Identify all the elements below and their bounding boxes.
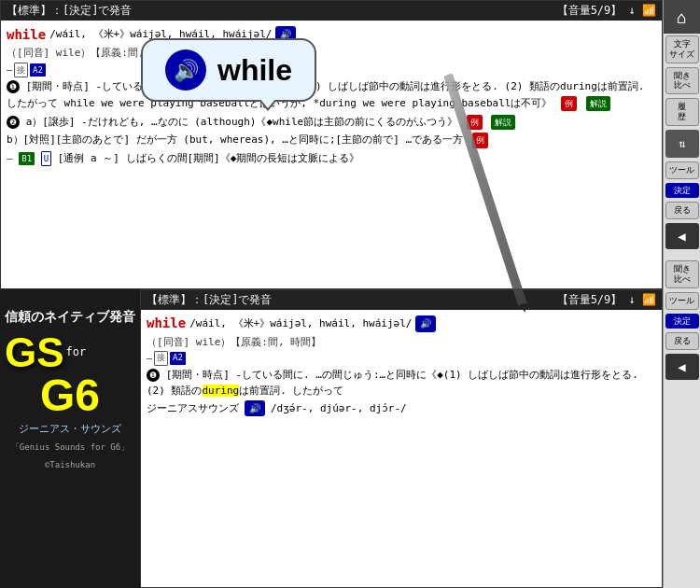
doushi-line-top: （[同音] wile）【原義:間, 時間】 xyxy=(7,45,656,62)
g6-text: G6 xyxy=(5,373,135,418)
entry-line-bottom: while /wáil, 《米+》wáijəl, hwáil, hwáijəl/… xyxy=(147,314,656,334)
sidebar-btn-history[interactable]: 履歴 xyxy=(665,98,699,126)
phonetic2-line: ジーニアスサウンズ 🔊 /dʒə́r-, djúər-, djɔ́r-/ xyxy=(147,400,656,417)
during-speaker[interactable]: 🔊 xyxy=(245,400,265,417)
sidebar-btn-tool[interactable]: ツール xyxy=(665,161,699,179)
kaisetsu-btn-1[interactable]: 解説 xyxy=(586,96,610,111)
bottom-header-right: 【音量5/9】 ↓ 📶 xyxy=(557,292,656,308)
home-icon: ⌂ xyxy=(677,7,687,27)
entry-word-bottom: while xyxy=(147,314,186,334)
top-header: 【標準】：[決定]で発音 【音量5/9】 ↓ 📶 xyxy=(1,1,662,21)
sidebar-btn-font-size[interactable]: 文字サイズ xyxy=(665,35,699,63)
sidebar-btn-tool2[interactable]: ツール xyxy=(665,292,699,310)
entry-word-top: while xyxy=(7,24,46,45)
top-panel: 【標準】：[決定]で発音 【音量5/9】 ↓ 📶 while /wáil, 《米… xyxy=(0,0,663,289)
top-header-right: 【音量5/9】 ↓ 📶 xyxy=(557,3,656,19)
copyright: ©Taishukan xyxy=(5,459,135,471)
during-highlight: during xyxy=(203,385,240,397)
sidebar-btn-close[interactable]: ◀ xyxy=(665,223,699,249)
during-phonetic: /dʒə́r-, djúər-, djɔ́r-/ xyxy=(271,400,407,416)
gs-text: GS xyxy=(5,332,64,373)
home-button[interactable]: ⌂ xyxy=(664,0,701,34)
close-arrow-icon2: ◀ xyxy=(678,359,685,374)
def1-bottom: ❶ [期間・時点] -している間に. …の間じゅう:…と同時に《◆(1) しばし… xyxy=(147,367,656,399)
example-btn-1[interactable]: 例 xyxy=(561,96,577,111)
sidebar-btn-decide2[interactable]: 決定 xyxy=(665,314,699,329)
u-badge-top: U xyxy=(41,151,51,166)
sidebar-btn-close2[interactable]: ◀ xyxy=(665,354,699,380)
badges-bottom: — 接 A2 xyxy=(147,351,656,366)
setsu-badge-bottom: 接 xyxy=(154,351,168,366)
top-content: while /wáil, 《米+》wáijəl, hwáil, hwáijəl/… xyxy=(1,21,662,170)
sidebar-btn-decide[interactable]: 決定 xyxy=(665,183,699,199)
gs-logo: 信頼のネイティブ発音 GS for G6 ジーニアス・サウンズ 「Genius … xyxy=(5,308,135,470)
genius-tagline: 「Genius Sounds for G6」 xyxy=(5,441,135,454)
def1-top: ❶ [期間・時点] -している間に. …の間じゅう:…と同時に《◆(1) しばし… xyxy=(7,78,656,111)
bottom-header-left: 【標準】：[決定]で発音 xyxy=(147,292,272,308)
bubble-word-top: while xyxy=(217,53,292,88)
phonetic-bottom: /wáil, 《米+》wáijəl, hwáil, hwáijəl/ xyxy=(189,315,412,331)
speech-bubble-top: 🔊 while xyxy=(141,38,316,102)
sidebar-btn-back2[interactable]: 戻る xyxy=(665,332,699,350)
arrows-icon: ⇅ xyxy=(679,137,685,150)
b1-badge-top: B1 xyxy=(19,152,35,165)
bottom-panel: 【標準】：[決定]で発音 【音量5/9】 ↓ 📶 while /wáil, 《米… xyxy=(140,289,663,588)
close-arrow-icon: ◀ xyxy=(678,229,685,244)
genius-sounds-label: ジーニアスサウンズ xyxy=(147,400,239,416)
sidebar-btn-compare2[interactable]: 聞き比べ xyxy=(665,260,699,288)
speaker-button-bottom[interactable]: 🔊 xyxy=(415,315,436,332)
right-sidebar: ⌂ 文字サイズ 聞き比べ 履歴 ⇅ ツール 決定 戻る ◀ 聞き比べ ツール 決… xyxy=(663,0,700,588)
bottom-header: 【標準】：[決定]で発音 【音量5/9】 ↓ 📶 xyxy=(141,290,662,310)
a2-badge-bottom: A2 xyxy=(170,352,186,365)
setsu-badge-top: 接 xyxy=(14,63,28,77)
doushi-line-bottom: （[同音] wile）【原義:間, 時間】 xyxy=(147,334,656,350)
sidebar-btn-back[interactable]: 戻る xyxy=(665,202,699,219)
kaisetsu-btn-2[interactable]: 解説 xyxy=(491,115,515,130)
top-header-left: 【標準】：[決定]で発音 xyxy=(7,3,132,19)
sidebar-btn-compare[interactable]: 聞き比べ xyxy=(665,67,699,95)
sidebar-btn-arrows[interactable]: ⇅ xyxy=(665,130,699,158)
entry-line: while /wáil, 《米+》wáijəl, hwáil, hwáijəl/… xyxy=(7,24,656,45)
def2-top: ❷ a）[譲歩] -だけれども, …なのに (although)《◆while節… xyxy=(7,114,656,131)
def3-top: — B1 U [通例 a ～] しばらくの間[期間]《◆期間の長短は文脈による》 xyxy=(7,150,656,167)
a2-badge-top: A2 xyxy=(30,63,46,77)
def2b-top: b）[対照][主節のあとで] だが一方 (but, whereas), …と同時… xyxy=(7,132,656,148)
bottom-content: while /wáil, 《米+》wáijəl, hwáil, hwáijəl/… xyxy=(141,310,662,422)
badges-top: — 接 A2 xyxy=(7,63,656,77)
left-bottom-area: 信頼のネイティブ発音 GS for G6 ジーニアス・サウンズ 「Genius … xyxy=(0,289,140,588)
speaker-large-top[interactable]: 🔊 xyxy=(165,49,206,91)
gs-subtitle: ジーニアス・サウンズ xyxy=(5,422,135,436)
shinyou-text: 信頼のネイティブ発音 xyxy=(5,308,135,327)
for-text: for xyxy=(66,344,87,360)
